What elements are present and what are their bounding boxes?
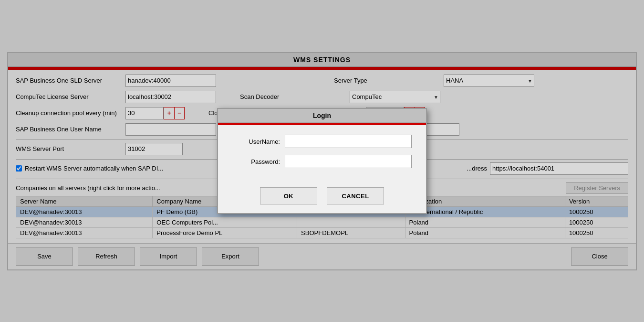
modal-password-label: Password: bbox=[232, 158, 280, 165]
modal-title: Login bbox=[218, 109, 426, 123]
modal-username-row: UserName: bbox=[232, 135, 412, 148]
modal-buttons: OK CANCEL bbox=[218, 182, 426, 213]
modal-username-input[interactable] bbox=[285, 135, 412, 148]
modal-body: UserName: Password: bbox=[218, 125, 426, 182]
modal-cancel-button[interactable]: CANCEL bbox=[327, 187, 384, 204]
modal-overlay: Login UserName: Password: OK CANCEL bbox=[8, 53, 636, 269]
modal-ok-button[interactable]: OK bbox=[260, 187, 317, 204]
modal-password-row: Password: bbox=[232, 155, 412, 168]
modal-username-label: UserName: bbox=[232, 138, 280, 145]
main-window: WMS SETTINGS SAP Business One SLD Server… bbox=[7, 52, 637, 270]
modal-password-input[interactable] bbox=[285, 155, 412, 168]
login-dialog: Login UserName: Password: OK CANCEL bbox=[217, 108, 427, 214]
